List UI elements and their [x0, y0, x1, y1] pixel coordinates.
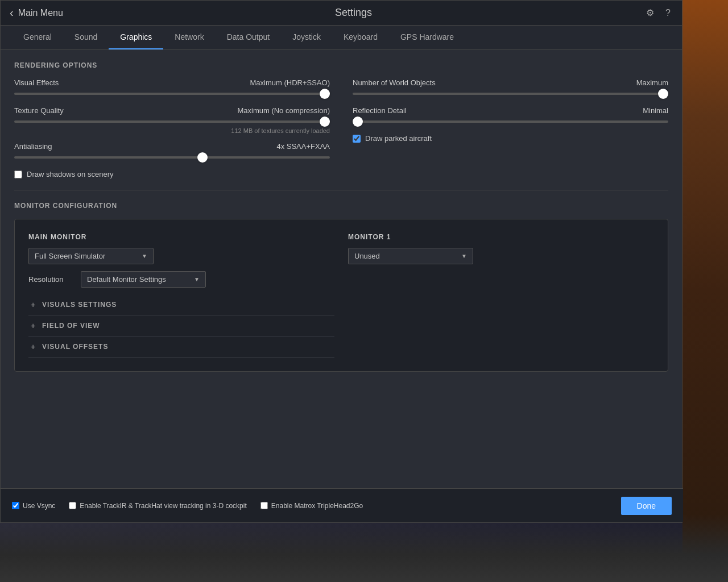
texture-quality-slider[interactable]: [14, 120, 330, 123]
tab-bar: General Sound Graphics Network Data Outp…: [1, 26, 682, 50]
tab-sound[interactable]: Sound: [63, 26, 109, 49]
main-monitor-dropdown[interactable]: Full Screen Simulator ▼: [28, 248, 154, 264]
texture-quality-note: 112 MB of textures currently loaded: [14, 127, 330, 134]
main-monitor-title: MAIN MONITOR: [28, 233, 334, 241]
monitor1-dropdown-row: Unused ▼: [348, 248, 654, 264]
antialiasing-slider-container: [14, 153, 330, 162]
settings-window: Main Menu Settings ⚙ ? General Sound Gra…: [0, 0, 682, 523]
world-objects-value: Maximum: [636, 78, 668, 87]
header: Main Menu Settings ⚙ ?: [1, 1, 682, 26]
expand-offsets-icon: +: [28, 342, 38, 351]
draw-shadows-row: Draw shadows on scenery: [14, 170, 330, 178]
cockpit-bg-right: [682, 0, 728, 582]
field-of-view-row[interactable]: + FIELD OF VIEW: [28, 315, 334, 336]
reflection-detail-label: Reflection Detail: [353, 106, 407, 115]
done-button[interactable]: Done: [621, 497, 672, 515]
settings-content: RENDERING OPTIONS Visual Effects Maximum…: [1, 50, 682, 488]
header-actions: ⚙ ?: [644, 5, 673, 20]
cockpit-bg-bottom: [0, 514, 728, 582]
use-vsync-row: Use Vsync: [12, 502, 55, 510]
triplehead-checkbox[interactable]: [260, 502, 268, 509]
world-objects-slider-container: [353, 89, 668, 98]
monitor1-title: MONITOR 1: [348, 233, 654, 241]
tab-data-output[interactable]: Data Output: [216, 26, 282, 49]
world-objects-label: Number of World Objects: [353, 78, 436, 87]
main-monitor-dropdown-arrow: ▼: [142, 253, 147, 259]
antialiasing-slider[interactable]: [14, 156, 330, 159]
chevron-left-icon: [10, 6, 14, 19]
visual-effects-value: Maximum (HDR+SSAO): [250, 78, 330, 87]
resolution-dropdown-row: Resolution Default Monitor Settings ▼: [28, 271, 334, 288]
visuals-settings-row[interactable]: + VISUALS SETTINGS: [28, 294, 334, 315]
expand-fov-icon: +: [28, 321, 38, 330]
reflection-detail-slider[interactable]: [353, 120, 668, 123]
antialiasing-label: Antialiasing: [14, 142, 52, 151]
monitor1-dropdown-arrow: ▼: [461, 253, 467, 259]
draw-shadows-label: Draw shadows on scenery: [27, 170, 113, 178]
antialiasing-row: Antialiasing 4x SSAA+FXAA: [14, 142, 330, 162]
main-monitor-section: MAIN MONITOR Full Screen Simulator ▼ Res…: [28, 233, 334, 357]
reflection-detail-slider-container: [353, 117, 668, 126]
triplehead-label: Enable Matrox TripleHead2Go: [271, 502, 363, 510]
texture-quality-slider-container: [14, 117, 330, 126]
visual-effects-slider-container: [14, 89, 330, 98]
settings-icon-btn[interactable]: ⚙: [644, 5, 656, 20]
monitor1-section: MONITOR 1 Unused ▼: [348, 233, 654, 357]
texture-quality-value: Maximum (No compression): [237, 106, 330, 115]
monitor-config-box: MAIN MONITOR Full Screen Simulator ▼ Res…: [14, 219, 668, 372]
use-vsync-checkbox[interactable]: [12, 502, 19, 509]
main-monitor-dropdown-row: Full Screen Simulator ▼: [28, 248, 334, 264]
help-icon-btn[interactable]: ?: [663, 6, 673, 20]
resolution-dropdown-value: Default Monitor Settings: [87, 275, 166, 284]
back-label: Main Menu: [18, 8, 63, 18]
visual-offsets-label: VISUAL OFFSETS: [42, 343, 108, 351]
monitor-grid: MAIN MONITOR Full Screen Simulator ▼ Res…: [28, 233, 654, 357]
draw-shadows-checkbox[interactable]: [14, 171, 22, 178]
visual-offsets-row[interactable]: + VISUAL OFFSETS: [28, 336, 334, 357]
resolution-dropdown[interactable]: Default Monitor Settings ▼: [81, 271, 206, 288]
footer: Use Vsync Enable TrackIR & TrackHat view…: [1, 488, 683, 522]
texture-quality-label: Texture Quality: [14, 106, 64, 115]
expand-visuals-icon: +: [28, 300, 38, 309]
tab-network[interactable]: Network: [163, 26, 215, 49]
draw-parked-label: Draw parked aircraft: [365, 134, 432, 143]
draw-parked-checkbox[interactable]: [353, 135, 361, 143]
section-divider: [14, 190, 668, 190]
page-title: Settings: [63, 7, 644, 19]
world-objects-slider[interactable]: [353, 93, 668, 95]
trackir-row: Enable TrackIR & TrackHat view tracking …: [69, 502, 246, 510]
antialiasing-value: 4x SSAA+FXAA: [276, 142, 330, 151]
world-objects-row: Number of World Objects Maximum: [353, 78, 668, 98]
use-vsync-label: Use Vsync: [23, 502, 55, 510]
rendering-grid: Visual Effects Maximum (HDR+SSAO) Textur…: [14, 78, 668, 178]
rendering-right-col: Number of World Objects Maximum Reflecti…: [353, 78, 668, 178]
draw-parked-row: Draw parked aircraft: [353, 134, 668, 143]
visual-effects-label: Visual Effects: [14, 78, 59, 87]
texture-quality-row: Texture Quality Maximum (No compression)…: [14, 106, 330, 134]
reflection-detail-value: Minimal: [643, 106, 668, 115]
visual-effects-row: Visual Effects Maximum (HDR+SSAO): [14, 78, 330, 98]
tab-graphics[interactable]: Graphics: [109, 26, 163, 49]
resolution-dropdown-arrow: ▼: [194, 276, 200, 282]
visuals-settings-label: VISUALS SETTINGS: [42, 301, 117, 309]
back-button[interactable]: Main Menu: [10, 6, 63, 19]
tab-gps-hardware[interactable]: GPS Hardware: [389, 26, 465, 49]
tab-general[interactable]: General: [12, 26, 63, 49]
trackir-label: Enable TrackIR & TrackHat view tracking …: [80, 502, 246, 510]
monitor1-dropdown[interactable]: Unused ▼: [348, 248, 473, 264]
rendering-left-col: Visual Effects Maximum (HDR+SSAO) Textur…: [14, 78, 330, 178]
trackir-checkbox[interactable]: [69, 502, 76, 509]
main-monitor-dropdown-value: Full Screen Simulator: [35, 252, 105, 260]
monitor-config-section-title: MONITOR CONFIGURATION: [14, 202, 668, 210]
reflection-detail-row: Reflection Detail Minimal: [353, 106, 668, 126]
field-of-view-label: FIELD OF VIEW: [42, 322, 100, 330]
rendering-section-title: RENDERING OPTIONS: [14, 61, 668, 69]
triplehead-row: Enable Matrox TripleHead2Go: [260, 502, 363, 510]
visual-effects-slider[interactable]: [14, 93, 330, 95]
resolution-label: Resolution: [28, 275, 74, 284]
tab-joystick[interactable]: Joystick: [281, 26, 332, 49]
tab-keyboard[interactable]: Keyboard: [332, 26, 389, 49]
monitor1-dropdown-value: Unused: [354, 252, 380, 260]
